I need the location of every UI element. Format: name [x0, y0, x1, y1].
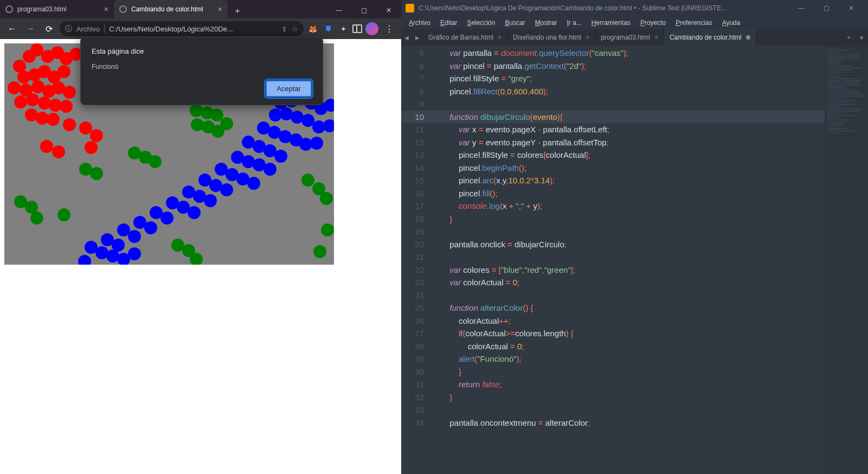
editor-tab[interactable]: Cambiando de color.html: [664, 29, 756, 46]
code-line: pincel.fillStyle = "grey";: [432, 72, 825, 85]
circle-dot: [52, 145, 65, 158]
code-line: [432, 403, 825, 417]
circle-dot: [301, 174, 314, 187]
new-tab-button[interactable]: ＋: [230, 3, 245, 18]
tab-close-icon[interactable]: ×: [218, 5, 222, 14]
js-alert-dialog: Esta página dice Funcionó Aceptar: [80, 37, 323, 105]
line-number: 32: [401, 391, 424, 404]
tab-dropdown-button[interactable]: ▾: [855, 34, 868, 42]
maximize-button[interactable]: ▢: [351, 2, 376, 18]
reload-button[interactable]: ⟳: [41, 21, 56, 36]
tab-label: Cambiando de color.html: [670, 34, 742, 41]
code-line: [432, 251, 825, 264]
minimize-button[interactable]: —: [789, 0, 814, 16]
alert-title: Esta página dice: [92, 47, 312, 55]
menu-item[interactable]: Ir a...: [562, 18, 586, 28]
extensions-icon[interactable]: ✦: [337, 23, 349, 35]
circle-dot: [313, 245, 326, 258]
panel-toggle-icon[interactable]: [352, 24, 362, 33]
code-line: [432, 225, 825, 238]
minimap[interactable]: [825, 46, 868, 474]
tab-title: programa03.html: [17, 5, 101, 13]
chrome-window: programa03.html×Cambiando de color.html×…: [0, 0, 401, 474]
menu-item[interactable]: Archivo: [404, 18, 435, 28]
circle-dot: [190, 253, 203, 265]
circle-dot: [323, 119, 334, 132]
editor-tab[interactable]: Gráfico de Barras.html×: [423, 29, 507, 46]
editor-tab[interactable]: Diseñando una flor.html×: [507, 29, 595, 46]
line-number: 5: [401, 47, 424, 60]
back-button[interactable]: ←: [4, 21, 20, 36]
chrome-toolbar: ← → ⟳ ⓘ Archivo C:/Users/Neto/Desktop/Ló…: [0, 18, 401, 39]
circle-dot: [204, 194, 217, 207]
line-number: 31: [401, 378, 424, 391]
editor-tab[interactable]: programa03.html×: [595, 29, 664, 46]
circle-dot: [211, 125, 224, 138]
maximize-button[interactable]: ▢: [814, 0, 839, 16]
browser-tab[interactable]: Cambiando de color.html×: [114, 0, 228, 18]
line-number: 24: [401, 289, 424, 302]
globe-icon: [119, 5, 127, 13]
circle-dot: [60, 100, 73, 113]
menu-item[interactable]: Selección: [462, 18, 499, 28]
sublime-menubar: ArchivoEditarSelecciónBuscarMostrarIr a.…: [401, 16, 868, 29]
code-line: pincel.fillRect(0,0,600,400);: [432, 85, 825, 98]
menu-item[interactable]: Herramientas: [587, 18, 635, 28]
menu-item[interactable]: Mostrar: [531, 18, 562, 28]
line-number: 19: [401, 225, 424, 238]
forward-button[interactable]: →: [23, 21, 38, 36]
separator: [104, 24, 105, 33]
menu-button[interactable]: ⋮: [382, 21, 397, 36]
tab-add-button[interactable]: ＋: [842, 33, 855, 42]
menu-item[interactable]: Buscar: [500, 18, 529, 28]
globe-icon: [5, 5, 13, 13]
circle-dot: [320, 192, 333, 205]
line-number: 17: [401, 200, 424, 213]
browser-tab[interactable]: programa03.html×: [0, 0, 114, 18]
circle-dot: [274, 150, 287, 163]
alert-ok-button[interactable]: Aceptar: [266, 80, 312, 97]
circle-dot: [78, 255, 91, 265]
code-line: var x = evento.pageX - pantalla.offsetLe…: [432, 123, 825, 136]
tab-history-forward[interactable]: ▶: [412, 29, 423, 46]
circle-dot: [263, 163, 277, 176]
line-number: 20: [401, 238, 424, 251]
line-number: 16: [401, 187, 424, 200]
code-line: function alterarColor() {: [432, 302, 825, 315]
share-icon[interactable]: ⇪: [281, 25, 287, 33]
address-scheme: Archivo: [76, 25, 100, 33]
profile-avatar[interactable]: [365, 22, 378, 35]
line-number: 26: [401, 315, 424, 328]
line-number: 33: [401, 403, 424, 417]
menu-item[interactable]: Preferencias: [671, 18, 716, 28]
menu-item[interactable]: Editar: [436, 18, 461, 28]
close-button[interactable]: ✕: [376, 2, 401, 18]
line-number: 13: [401, 149, 424, 162]
metamask-icon[interactable]: 🦊: [307, 23, 319, 35]
line-number: 22: [401, 264, 424, 277]
sublime-window: C:\Users\Neto\Desktop\Lógica De Programa…: [401, 0, 868, 474]
sublime-title: C:\Users\Neto\Desktop\Lógica De Programa…: [419, 4, 789, 12]
code-line: [432, 98, 825, 111]
line-number: 18: [401, 213, 424, 226]
line-number: 9: [401, 98, 424, 111]
line-number: 7: [401, 72, 424, 85]
shield-icon[interactable]: ⛊: [322, 23, 334, 35]
menu-item[interactable]: Proyecto: [636, 18, 670, 28]
tab-close-icon[interactable]: ×: [498, 34, 501, 41]
tab-close-icon[interactable]: ×: [654, 34, 658, 41]
code-area[interactable]: var pantalla = document.querySelector("c…: [432, 46, 825, 474]
code-line: alert("Funcionó");: [432, 353, 825, 366]
line-gutter: 5678910111213141516171819202122232425262…: [401, 46, 432, 474]
minimize-button[interactable]: —: [326, 2, 351, 18]
tab-history-back[interactable]: ◀: [401, 29, 412, 46]
close-button[interactable]: ✕: [839, 0, 864, 16]
circle-dot: [144, 221, 157, 234]
menu-item[interactable]: Ayuda: [718, 18, 745, 28]
tab-close-icon[interactable]: ×: [104, 5, 108, 14]
tab-close-icon[interactable]: ×: [586, 34, 589, 41]
code-line: return false;: [432, 378, 825, 391]
address-bar[interactable]: ⓘ Archivo C:/Users/Neto/Desktop/Lógica%2…: [60, 21, 304, 36]
circle-dot: [324, 99, 334, 112]
bookmark-icon[interactable]: ☆: [292, 25, 298, 33]
